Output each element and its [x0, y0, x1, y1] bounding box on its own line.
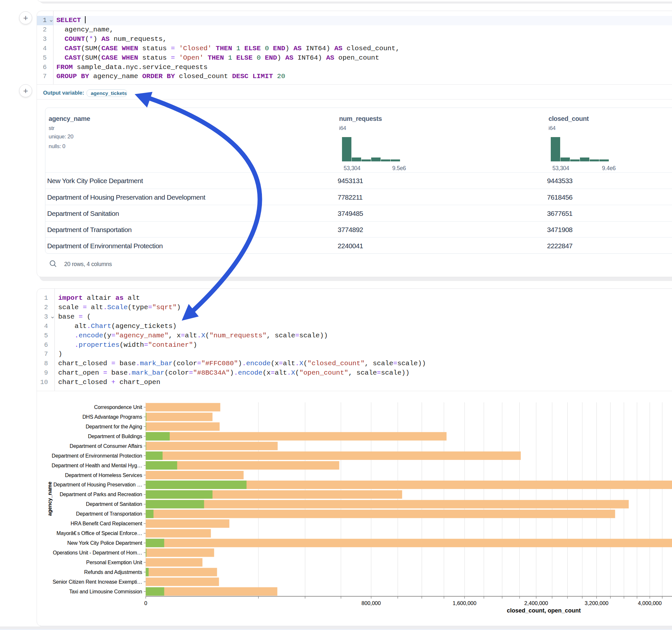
svg-text:Department of Transportation: Department of Transportation: [76, 511, 142, 516]
svg-text:1,600,000: 1,600,000: [453, 600, 476, 606]
svg-text:New York City Police Departmen: New York City Police Department: [67, 540, 142, 546]
svg-text:Department of Housing Preserva: Department of Housing Preservation …: [53, 482, 142, 487]
svg-text:Department of Consumer Affairs: Department of Consumer Affairs: [69, 443, 142, 449]
svg-text:Mayorâ€ s Office of Special En: Mayorâ€ s Office of Special Enforce…: [56, 531, 142, 536]
svg-text:Personal Exemption Unit: Personal Exemption Unit: [86, 560, 142, 565]
svg-text:Department of Buildings: Department of Buildings: [88, 434, 142, 439]
svg-text:Department of Sanitation: Department of Sanitation: [86, 501, 142, 507]
svg-text:3,200,000: 3,200,000: [584, 600, 608, 606]
svg-text:Department of Homeless Service: Department of Homeless Services: [65, 472, 142, 478]
svg-text:800,000: 800,000: [361, 600, 381, 606]
svg-text:4,000,000: 4,000,000: [638, 600, 661, 606]
svg-text:Operations Unit - Department o: Operations Unit - Department of Hom…: [52, 550, 142, 555]
svg-text:Refunds and Adjustments: Refunds and Adjustments: [84, 570, 142, 575]
svg-text:closed_count, open_count: closed_count, open_count: [507, 607, 581, 614]
svg-text:Taxi and Limousine Commission: Taxi and Limousine Commission: [69, 589, 142, 595]
svg-text:Department for the Aging: Department for the Aging: [86, 424, 142, 429]
svg-text:Correspondence Unit: Correspondence Unit: [94, 405, 142, 410]
svg-text:Department of Parks and Recrea: Department of Parks and Recreation: [59, 492, 142, 497]
svg-text:HRA Benefit Card Replacement: HRA Benefit Card Replacement: [70, 521, 142, 526]
svg-text:Senior Citizen Rent Increase E: Senior Citizen Rent Increase Exempti…: [52, 579, 142, 585]
svg-text:DHS Advantage Programs: DHS Advantage Programs: [82, 414, 142, 420]
svg-text:Department of Health and Menta: Department of Health and Mental Hyg…: [51, 463, 142, 468]
svg-text:agency_name: agency_name: [47, 482, 52, 516]
svg-text:Department of Environmental Pr: Department of Environmental Protection: [51, 453, 142, 459]
svg-text:2,400,000: 2,400,000: [524, 600, 548, 606]
svg-text:0: 0: [144, 600, 147, 606]
